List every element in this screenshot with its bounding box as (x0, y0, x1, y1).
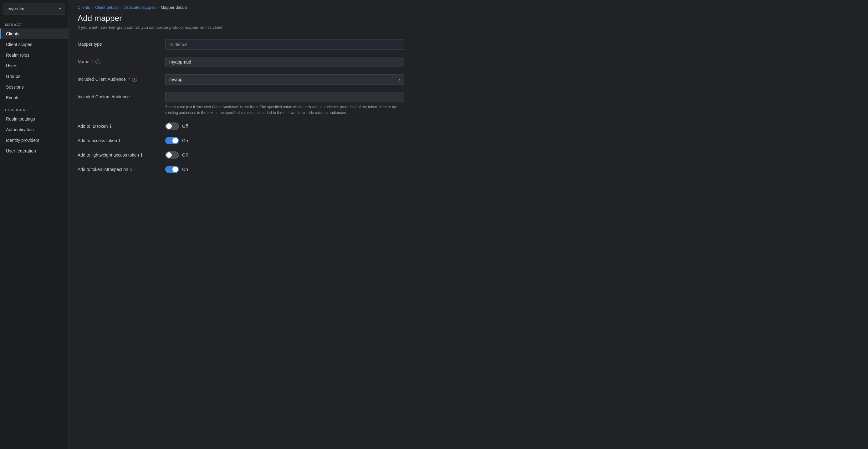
add-id-token-status: Off (182, 124, 188, 129)
mapper-form: Mapper type Name * ℹ Included Client Aud… (69, 36, 413, 192)
add-lightweight-token-toggle[interactable] (165, 151, 179, 159)
page-title: Add mapper (78, 13, 859, 23)
included-custom-audience-help: This is used just if 'Included Client Au… (165, 104, 404, 116)
sidebar-item-sessions[interactable]: Sessions (0, 82, 68, 92)
add-access-token-status: On (182, 138, 188, 143)
included-custom-audience-row: Included Custom Audience This is used ju… (78, 92, 404, 116)
add-introspection-label: Add to token introspection ℹ (78, 166, 159, 172)
page-header: Add mapper If you want more fine-grain c… (69, 12, 868, 36)
add-introspection-row: Add to token introspection ℹ On (78, 166, 404, 173)
breadcrumb-sep-2: › (120, 5, 121, 10)
add-id-token-label: Add to ID token ℹ (78, 122, 159, 129)
add-id-token-thumb (166, 123, 172, 129)
included-client-audience-label: Included Client Audience * ℹ (78, 74, 159, 82)
included-client-audience-info-icon[interactable]: ℹ (132, 77, 137, 82)
main-content: Clients › Client details › Dedicated sco… (69, 0, 868, 449)
add-lightweight-token-status: Off (182, 152, 188, 157)
add-lightweight-token-label: Add to lightweight access token ℹ (78, 151, 159, 157)
name-row: Name * ℹ (78, 57, 404, 67)
add-id-token-control: Off (165, 122, 188, 130)
sidebar: myrealm ▾ Manage Clients Client scopes R… (0, 0, 69, 449)
add-introspection-track (165, 166, 179, 173)
sidebar-item-user-federation[interactable]: User federation (0, 146, 68, 156)
sidebar-item-authentication[interactable]: Authentication (0, 124, 68, 135)
sidebar-item-clients[interactable]: Clients (0, 29, 68, 39)
add-lightweight-token-control: Off (165, 151, 188, 159)
realm-selector[interactable]: myrealm ▾ (3, 3, 65, 15)
sidebar-item-identity-providers[interactable]: Identity providers (0, 135, 68, 146)
breadcrumb-sep-3: › (158, 5, 159, 10)
name-required: * (92, 59, 93, 64)
mapper-type-control (165, 39, 404, 50)
breadcrumb-clients[interactable]: Clients (78, 5, 90, 10)
included-client-audience-control: myapp ▾ (165, 74, 404, 85)
name-info-icon[interactable]: ℹ (95, 59, 100, 64)
breadcrumb: Clients › Client details › Dedicated sco… (69, 0, 868, 12)
add-access-token-track (165, 137, 179, 144)
add-lightweight-token-track (165, 151, 179, 159)
breadcrumb-dedicated-scopes[interactable]: Dedicated scopes (123, 5, 156, 10)
configure-section-label: Configure (0, 103, 68, 114)
add-introspection-status: On (182, 167, 188, 172)
add-id-token-track (165, 122, 179, 130)
add-access-token-label: Add to access token ℹ (78, 137, 159, 143)
realm-chevron-icon: ▾ (59, 7, 61, 11)
add-access-token-info-icon[interactable]: ℹ (119, 138, 121, 143)
included-client-audience-select[interactable]: myapp (165, 74, 404, 85)
add-access-token-control: On (165, 137, 188, 144)
manage-section-label: Manage (0, 18, 68, 29)
breadcrumb-client-details[interactable]: Client details (95, 5, 118, 10)
add-id-token-info-icon[interactable]: ℹ (110, 124, 112, 129)
add-introspection-thumb (173, 167, 178, 172)
add-introspection-info-icon[interactable]: ℹ (130, 167, 132, 172)
add-lightweight-token-row: Add to lightweight access token ℹ Off (78, 151, 404, 159)
page-subtitle: If you want more fine-grain control, you… (78, 25, 859, 30)
name-label: Name * ℹ (78, 57, 159, 64)
included-client-audience-row: Included Client Audience * ℹ myapp ▾ (78, 74, 404, 85)
name-input[interactable] (165, 57, 404, 67)
breadcrumb-mapper-details: Mapper details (161, 5, 187, 10)
breadcrumb-sep-1: › (92, 5, 93, 10)
included-custom-audience-control: This is used just if 'Included Client Au… (165, 92, 404, 116)
add-lightweight-token-thumb (166, 152, 172, 158)
sidebar-item-realm-roles[interactable]: Realm roles (0, 50, 68, 60)
sidebar-item-groups[interactable]: Groups (0, 71, 68, 82)
sidebar-item-client-scopes[interactable]: Client scopes (0, 39, 68, 50)
add-id-token-toggle[interactable] (165, 122, 179, 130)
add-lightweight-token-info-icon[interactable]: ℹ (141, 152, 143, 157)
add-introspection-toggle[interactable] (165, 166, 179, 173)
sidebar-item-users[interactable]: Users (0, 60, 68, 71)
sidebar-item-events[interactable]: Events (0, 92, 68, 103)
add-access-token-thumb (173, 138, 178, 143)
add-introspection-control: On (165, 166, 188, 173)
included-custom-audience-label: Included Custom Audience (78, 92, 159, 99)
mapper-type-input (165, 39, 404, 50)
add-access-token-toggle[interactable] (165, 137, 179, 144)
included-custom-audience-input[interactable] (165, 92, 404, 102)
sidebar-item-realm-settings[interactable]: Realm settings (0, 114, 68, 124)
add-id-token-row: Add to ID token ℹ Off (78, 122, 404, 130)
name-control (165, 57, 404, 67)
included-client-audience-required: * (128, 77, 130, 82)
add-access-token-row: Add to access token ℹ On (78, 137, 404, 144)
realm-name: myrealm (7, 6, 24, 11)
mapper-type-row: Mapper type (78, 39, 404, 50)
mapper-type-label: Mapper type (78, 39, 159, 47)
